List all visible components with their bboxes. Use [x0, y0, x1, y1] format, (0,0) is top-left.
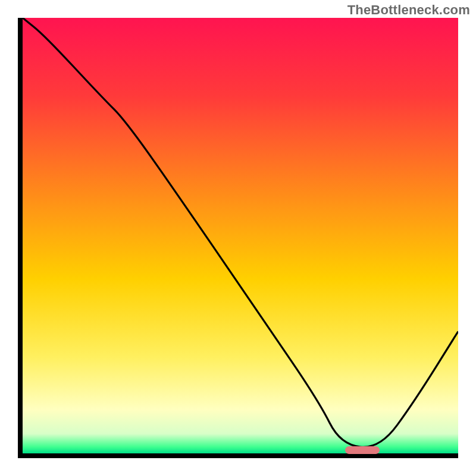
plot-area — [18, 18, 458, 458]
watermark-text: TheBottleneck.com — [347, 2, 470, 18]
plot-svg — [23, 18, 458, 453]
y-axis — [18, 18, 23, 458]
x-axis — [18, 453, 458, 458]
chart-frame: TheBottleneck.com — [0, 0, 476, 476]
optimal-range-marker — [345, 446, 380, 454]
